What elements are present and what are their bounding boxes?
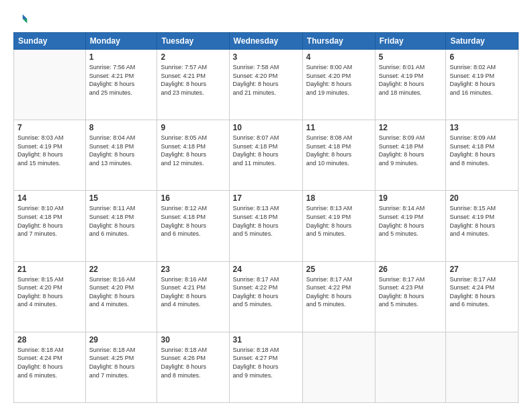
day-number: 31 [233,335,299,345]
day-header-sunday: Sunday [14,33,86,50]
calendar-cell [14,50,86,120]
calendar-cell: 7Sunrise: 8:03 AM Sunset: 4:19 PM Daylig… [14,120,86,191]
day-info: Sunrise: 8:14 AM Sunset: 4:19 PM Dayligh… [379,204,443,238]
day-number: 25 [306,265,371,274]
day-info: Sunrise: 8:17 AM Sunset: 4:22 PM Dayligh… [233,275,299,309]
calendar-cell: 16Sunrise: 8:12 AM Sunset: 4:18 PM Dayli… [157,191,229,261]
day-info: Sunrise: 8:05 AM Sunset: 4:18 PM Dayligh… [161,134,225,167]
day-number: 19 [379,193,443,203]
calendar-cell: 19Sunrise: 8:14 AM Sunset: 4:19 PM Dayli… [375,191,446,261]
day-info: Sunrise: 8:04 AM Sunset: 4:18 PM Dayligh… [89,134,154,167]
calendar-cell: 11Sunrise: 8:08 AM Sunset: 4:18 PM Dayli… [302,120,375,191]
calendar-cell: 24Sunrise: 8:17 AM Sunset: 4:22 PM Dayli… [229,261,302,332]
day-number: 7 [17,123,82,132]
calendar-cell: 25Sunrise: 8:17 AM Sunset: 4:22 PM Dayli… [302,261,375,332]
day-info: Sunrise: 8:18 AM Sunset: 4:27 PM Dayligh… [233,346,299,379]
calendar-cell: 23Sunrise: 8:16 AM Sunset: 4:21 PM Dayli… [157,261,229,332]
calendar-week-0: 1Sunrise: 7:56 AM Sunset: 4:21 PM Daylig… [14,50,519,120]
day-number: 9 [161,123,225,132]
calendar-cell: 27Sunrise: 8:17 AM Sunset: 4:24 PM Dayli… [446,261,519,332]
calendar: SundayMondayTuesdayWednesdayThursdayFrid… [13,32,519,403]
calendar-week-3: 21Sunrise: 8:15 AM Sunset: 4:20 PM Dayli… [14,261,519,332]
day-info: Sunrise: 8:18 AM Sunset: 4:24 PM Dayligh… [17,346,82,379]
day-number: 3 [233,52,299,62]
day-info: Sunrise: 8:09 AM Sunset: 4:18 PM Dayligh… [449,134,515,167]
calendar-cell: 30Sunrise: 8:18 AM Sunset: 4:26 PM Dayli… [157,332,229,402]
day-info: Sunrise: 7:56 AM Sunset: 4:21 PM Dayligh… [89,63,154,97]
calendar-cell: 10Sunrise: 8:07 AM Sunset: 4:18 PM Dayli… [229,120,302,191]
calendar-week-1: 7Sunrise: 8:03 AM Sunset: 4:19 PM Daylig… [14,120,519,191]
day-number: 28 [17,335,82,345]
day-number: 17 [233,193,299,203]
calendar-cell: 13Sunrise: 8:09 AM Sunset: 4:18 PM Dayli… [446,120,519,191]
day-number: 15 [89,193,154,203]
day-info: Sunrise: 8:17 AM Sunset: 4:23 PM Dayligh… [379,275,443,309]
day-header-saturday: Saturday [446,33,519,50]
calendar-cell: 29Sunrise: 8:18 AM Sunset: 4:25 PM Dayli… [85,332,157,402]
calendar-cell: 28Sunrise: 8:18 AM Sunset: 4:24 PM Dayli… [14,332,86,402]
day-info: Sunrise: 8:12 AM Sunset: 4:18 PM Dayligh… [161,204,225,238]
day-info: Sunrise: 8:16 AM Sunset: 4:20 PM Dayligh… [89,275,154,309]
day-info: Sunrise: 8:17 AM Sunset: 4:22 PM Dayligh… [306,275,371,309]
day-header-monday: Monday [85,33,157,50]
day-number: 24 [233,265,299,274]
day-info: Sunrise: 8:08 AM Sunset: 4:18 PM Dayligh… [306,134,371,167]
day-number: 5 [379,52,443,62]
calendar-cell [446,332,519,402]
day-info: Sunrise: 8:13 AM Sunset: 4:19 PM Dayligh… [306,204,371,238]
day-number: 29 [89,335,154,345]
day-info: Sunrise: 8:18 AM Sunset: 4:25 PM Dayligh… [89,346,154,379]
day-header-wednesday: Wednesday [229,33,302,50]
day-number: 27 [449,265,515,274]
day-number: 21 [17,265,82,274]
calendar-header-row: SundayMondayTuesdayWednesdayThursdayFrid… [14,33,519,50]
calendar-cell: 8Sunrise: 8:04 AM Sunset: 4:18 PM Daylig… [85,120,157,191]
day-number: 23 [161,265,225,274]
day-header-friday: Friday [375,33,446,50]
logo-icon [15,12,28,26]
day-info: Sunrise: 7:57 AM Sunset: 4:21 PM Dayligh… [161,63,225,97]
day-number: 6 [449,52,515,62]
day-number: 13 [449,123,515,132]
page: SundayMondayTuesdayWednesdayThursdayFrid… [0,0,532,411]
day-header-tuesday: Tuesday [157,33,229,50]
day-info: Sunrise: 8:15 AM Sunset: 4:20 PM Dayligh… [17,275,82,309]
day-info: Sunrise: 8:15 AM Sunset: 4:19 PM Dayligh… [449,204,515,238]
day-number: 18 [306,193,371,203]
day-info: Sunrise: 8:03 AM Sunset: 4:19 PM Dayligh… [17,134,82,167]
calendar-cell: 20Sunrise: 8:15 AM Sunset: 4:19 PM Dayli… [446,191,519,261]
calendar-cell [302,332,375,402]
day-header-thursday: Thursday [302,33,375,50]
calendar-cell: 6Sunrise: 8:02 AM Sunset: 4:19 PM Daylig… [446,50,519,120]
day-info: Sunrise: 8:01 AM Sunset: 4:19 PM Dayligh… [379,63,443,97]
day-number: 11 [306,123,371,132]
calendar-week-4: 28Sunrise: 8:18 AM Sunset: 4:24 PM Dayli… [14,332,519,402]
header [13,12,519,26]
day-number: 30 [161,335,225,345]
calendar-cell: 4Sunrise: 8:00 AM Sunset: 4:20 PM Daylig… [302,50,375,120]
day-info: Sunrise: 8:18 AM Sunset: 4:26 PM Dayligh… [161,346,225,379]
calendar-cell: 3Sunrise: 7:58 AM Sunset: 4:20 PM Daylig… [229,50,302,120]
day-number: 12 [379,123,443,132]
day-number: 10 [233,123,299,132]
calendar-cell [375,332,446,402]
day-number: 8 [89,123,154,132]
day-number: 26 [379,265,443,274]
calendar-cell: 2Sunrise: 7:57 AM Sunset: 4:21 PM Daylig… [157,50,229,120]
day-info: Sunrise: 8:17 AM Sunset: 4:24 PM Dayligh… [449,275,515,309]
calendar-cell: 5Sunrise: 8:01 AM Sunset: 4:19 PM Daylig… [375,50,446,120]
calendar-cell: 1Sunrise: 7:56 AM Sunset: 4:21 PM Daylig… [85,50,157,120]
calendar-cell: 31Sunrise: 8:18 AM Sunset: 4:27 PM Dayli… [229,332,302,402]
calendar-cell: 26Sunrise: 8:17 AM Sunset: 4:23 PM Dayli… [375,261,446,332]
day-info: Sunrise: 8:10 AM Sunset: 4:18 PM Dayligh… [17,204,82,238]
day-info: Sunrise: 8:02 AM Sunset: 4:19 PM Dayligh… [449,63,515,97]
calendar-cell: 12Sunrise: 8:09 AM Sunset: 4:18 PM Dayli… [375,120,446,191]
day-number: 2 [161,52,225,62]
calendar-cell: 9Sunrise: 8:05 AM Sunset: 4:18 PM Daylig… [157,120,229,191]
day-info: Sunrise: 7:58 AM Sunset: 4:20 PM Dayligh… [233,63,299,97]
calendar-cell: 22Sunrise: 8:16 AM Sunset: 4:20 PM Dayli… [85,261,157,332]
calendar-cell: 15Sunrise: 8:11 AM Sunset: 4:18 PM Dayli… [85,191,157,261]
calendar-cell: 18Sunrise: 8:13 AM Sunset: 4:19 PM Dayli… [302,191,375,261]
calendar-cell: 17Sunrise: 8:13 AM Sunset: 4:18 PM Dayli… [229,191,302,261]
day-number: 1 [89,52,154,62]
